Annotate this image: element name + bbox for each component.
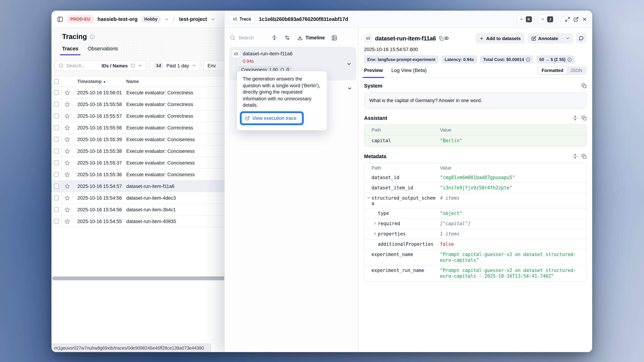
kv-value: "Berlin" <box>440 138 586 144</box>
row-checkbox[interactable] <box>52 157 62 168</box>
close-icon[interactable] <box>582 16 587 22</box>
kv-path: required <box>364 221 440 226</box>
tab-traces[interactable]: Traces <box>62 46 78 54</box>
metadata-row: required["capital"] <box>364 218 586 229</box>
page-title: Tracing <box>62 33 87 41</box>
timeline-toggle[interactable]: Timeline <box>306 35 325 40</box>
metadata-table: Path Value dataset_id"cmg81vm6m001bad07g… <box>364 163 586 282</box>
kv-path: structured_output_schema <box>364 195 440 206</box>
copy-icon[interactable] <box>582 116 586 121</box>
download-icon[interactable] <box>297 35 303 40</box>
row-checkbox[interactable] <box>52 99 62 110</box>
sidebar-toggle-icon[interactable] <box>57 16 63 22</box>
trace-stat-badge: Total Cost: $0.00014 <box>480 55 533 63</box>
copy-id-button[interactable]: ID <box>439 36 448 40</box>
unfold-vertical-icon[interactable] <box>573 154 578 159</box>
project-switcher-chevron-icon[interactable] <box>210 17 215 21</box>
format-option-formatted[interactable]: Formatted <box>538 67 567 74</box>
link-preview-statusbar: m1geuvsr027w7nuhw8g69xtb/traces/0de90982… <box>52 344 211 352</box>
row-star-button[interactable] <box>62 219 73 224</box>
row-checkbox[interactable] <box>52 180 62 192</box>
row-checkbox[interactable] <box>52 145 62 157</box>
row-timestamp: 2025-10-16 15:54:55 <box>73 219 126 224</box>
kv-path: dataset_item_id <box>364 185 440 190</box>
star-icon <box>64 219 70 224</box>
row-star-button[interactable] <box>62 160 73 165</box>
node-name: dataset-run-item-f11a6 <box>243 51 292 56</box>
row-timestamp: 2025-10-16 15:54:56 <box>73 207 126 212</box>
row-star-button[interactable] <box>62 125 73 130</box>
org-switcher-chevron-icon[interactable] <box>164 17 169 21</box>
info-icon <box>567 57 572 61</box>
fold-vertical-icon[interactable] <box>272 35 277 40</box>
row-checkbox[interactable] <box>52 87 62 98</box>
search-input[interactable]: Search... IDs / Names <box>55 60 146 71</box>
row-checkbox[interactable] <box>52 122 62 133</box>
maximize-icon[interactable] <box>565 16 570 22</box>
row-star-button[interactable] <box>62 102 73 107</box>
chevron-down-icon <box>138 63 142 68</box>
annotate-dropdown-chevron-icon[interactable] <box>562 33 573 44</box>
row-star-button[interactable] <box>62 90 73 95</box>
row-star-button[interactable] <box>62 183 73 189</box>
view-execution-trace-link[interactable]: View execution trace <box>245 116 296 121</box>
add-to-datasets-button[interactable]: Add to datasets <box>476 33 524 44</box>
copy-icon[interactable] <box>582 83 586 88</box>
kv-value: 4 items <box>440 195 586 201</box>
row-checkbox[interactable] <box>52 134 62 145</box>
row-checkbox[interactable] <box>52 169 62 180</box>
metadata-row: type"object" <box>364 208 586 218</box>
next-trace-button[interactable]: J <box>538 14 556 24</box>
settings-sliders-icon[interactable] <box>284 35 290 40</box>
row-star-button[interactable] <box>62 137 73 142</box>
format-option-json[interactable]: JSON <box>567 67 586 74</box>
node-latency: 0.94s <box>243 58 254 64</box>
kv-value: 1 items <box>440 231 586 237</box>
row-checkbox[interactable] <box>52 204 62 215</box>
row-timestamp: 2025-10-16 15:55:38 <box>73 148 126 154</box>
expand-node-icon[interactable] <box>373 232 378 236</box>
open-external-icon[interactable] <box>574 16 579 22</box>
row-star-button[interactable] <box>62 148 73 154</box>
prev-trace-button[interactable]: K <box>516 14 535 24</box>
row-star-button[interactable] <box>62 207 73 212</box>
chevron-down-icon <box>192 63 196 68</box>
time-range-filter[interactable]: 1d Past 1 day <box>150 60 200 71</box>
row-star-button[interactable] <box>62 195 73 201</box>
comments-button[interactable] <box>576 33 586 44</box>
row-checkbox[interactable] <box>52 192 62 204</box>
tab-preview[interactable]: Preview <box>364 67 383 78</box>
tab-log-view[interactable]: Log View (Beta) <box>391 67 427 78</box>
row-star-button[interactable] <box>62 113 73 119</box>
project-name[interactable]: test-project <box>179 16 207 22</box>
row-checkbox[interactable] <box>52 216 62 227</box>
org-name[interactable]: hassieb-test-org <box>98 16 138 22</box>
tree-search-input[interactable]: Search <box>230 35 272 40</box>
env-filter-label: Env <box>208 63 216 68</box>
kv-value: false <box>440 241 586 247</box>
chevron-down-icon[interactable] <box>347 86 352 91</box>
annotate-button[interactable]: Annotate <box>528 33 562 44</box>
kv-value: "object" <box>440 211 586 216</box>
time-shortcut-badge: 1d <box>154 62 164 69</box>
row-star-button[interactable] <box>62 172 73 177</box>
select-all-checkbox[interactable] <box>52 76 62 86</box>
row-checkbox[interactable] <box>52 110 62 122</box>
chevron-down-icon[interactable] <box>346 61 352 67</box>
search-scope-label[interactable]: IDs / Names <box>102 63 128 68</box>
star-icon <box>64 90 70 95</box>
column-header-timestamp[interactable]: Timestamp▼ <box>73 79 126 84</box>
env-filter[interactable]: Env <box>204 60 225 71</box>
copy-icon[interactable] <box>582 154 586 159</box>
assistant-row: capital"Berlin" <box>364 135 586 146</box>
info-icon <box>130 63 135 68</box>
assistant-output-table: Path Value capital"Berlin" <box>364 124 586 146</box>
collapse-node-icon[interactable] <box>366 196 372 200</box>
list-tree-icon <box>232 50 240 58</box>
tab-observations[interactable]: Observations <box>88 46 118 54</box>
list-tree-icon <box>233 17 238 21</box>
unfold-vertical-icon[interactable] <box>573 116 578 121</box>
expand-node-icon[interactable] <box>373 221 378 226</box>
detail-title: dataset-run-item-f11a6 <box>375 35 436 42</box>
panel-collapse-icon[interactable] <box>331 35 337 40</box>
